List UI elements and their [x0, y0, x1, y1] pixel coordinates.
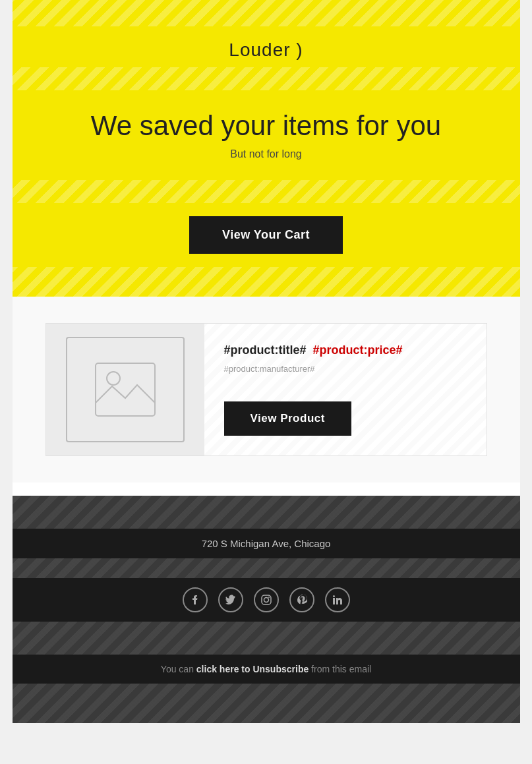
hero-stripe-mid	[13, 67, 520, 90]
hero-section: Louder ) We saved your items for you But…	[13, 0, 520, 297]
footer-address: 720 S Michigan Ave, Chicago	[202, 538, 331, 549]
svg-rect-2	[262, 595, 271, 604]
facebook-icon[interactable]	[183, 587, 208, 612]
product-meta: #product:title# #product:price# #product…	[224, 343, 467, 374]
footer-stripe-last	[13, 684, 520, 723]
hero-stripe-top	[13, 0, 520, 26]
svg-point-1	[107, 372, 120, 385]
product-manufacturer: #product:manufacturer#	[224, 364, 315, 374]
product-image-placeholder	[66, 337, 185, 442]
product-info-area: #product:title# #product:price# #product…	[204, 324, 487, 455]
page-wrapper: Louder ) We saved your items for you But…	[0, 0, 532, 764]
product-wrapper: #product:title# #product:price# #product…	[13, 297, 520, 483]
product-card: #product:title# #product:price# #product…	[45, 323, 487, 456]
hero-stripe-bottom	[13, 267, 520, 297]
unsubscribe-prefix: You can	[161, 664, 196, 674]
svg-point-6	[333, 595, 335, 597]
view-product-button[interactable]: View Product	[224, 401, 351, 436]
unsubscribe-suffix: from this email	[309, 664, 371, 674]
hero-button-area: View Your Cart	[13, 203, 520, 267]
svg-point-4	[268, 597, 270, 598]
twitter-icon[interactable]	[218, 587, 243, 612]
hero-title: We saved your items for you	[26, 110, 507, 142]
product-title: #product:title#	[224, 343, 307, 357]
footer-unsubscribe-bar: You can click here to Unsubscribe from t…	[13, 655, 520, 684]
footer-social-bar	[13, 578, 520, 622]
unsubscribe-link[interactable]: click here to Unsubscribe	[196, 664, 309, 674]
instagram-icon[interactable]	[254, 587, 279, 612]
email-container: Louder ) We saved your items for you But…	[13, 0, 520, 723]
footer-stripe-mid	[13, 558, 520, 578]
footer-section: 720 S Michigan Ave, Chicago	[13, 496, 520, 723]
svg-rect-0	[96, 363, 155, 416]
product-image-svg	[92, 360, 158, 419]
product-price: #product:price#	[313, 343, 403, 357]
pinterest-icon[interactable]	[289, 587, 314, 612]
svg-rect-5	[333, 598, 335, 604]
footer-address-bar: 720 S Michigan Ave, Chicago	[13, 529, 520, 558]
logo-area: Louder )	[13, 26, 520, 67]
linkedin-icon[interactable]	[325, 587, 350, 612]
product-image-area	[46, 324, 204, 455]
footer-stripe-bottom	[13, 622, 520, 655]
svg-point-3	[264, 598, 268, 602]
logo-text: Louder )	[229, 40, 303, 61]
hero-subtitle: But not for long	[26, 148, 507, 160]
footer-stripe-top	[13, 496, 520, 529]
hero-content: We saved your items for you But not for …	[13, 90, 520, 167]
hero-stripe-after-text	[13, 180, 520, 203]
view-cart-button[interactable]: View Your Cart	[189, 216, 343, 254]
